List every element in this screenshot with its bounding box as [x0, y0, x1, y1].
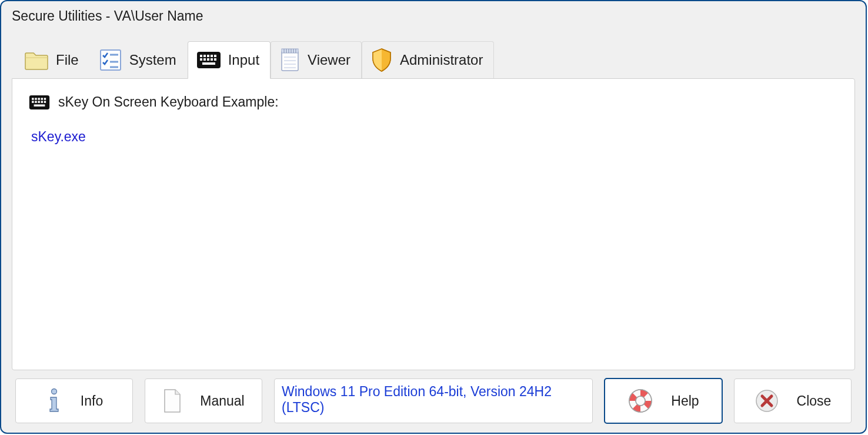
svg-rect-37	[41, 101, 43, 102]
link-box: sKey.exe	[29, 125, 422, 151]
notepad-icon	[279, 48, 301, 72]
os-version-text: Windows 11 Pro Edition 64-bit, Version 2…	[282, 384, 585, 416]
tab-input[interactable]: Input	[188, 41, 271, 79]
tab-system[interactable]: System	[90, 41, 188, 79]
help-button-label: Help	[671, 393, 699, 409]
checklist-icon	[99, 48, 122, 72]
info-button-label: Info	[81, 393, 103, 409]
tab-file-label: File	[56, 52, 79, 68]
tab-viewer-label: Viewer	[308, 52, 350, 68]
window-title: Secure Utilities - VA\User Name	[1, 1, 866, 34]
manual-button-label: Manual	[200, 393, 244, 409]
tab-input-label: Input	[228, 52, 259, 68]
close-icon	[755, 388, 779, 413]
svg-rect-36	[38, 101, 39, 102]
section-header: sKey On Screen Keyboard Example:	[29, 94, 838, 110]
svg-rect-38	[44, 101, 46, 102]
keyboard-icon	[29, 95, 50, 110]
svg-rect-15	[202, 62, 215, 65]
svg-rect-31	[38, 98, 39, 99]
shield-icon	[370, 48, 393, 72]
svg-rect-8	[211, 55, 213, 57]
svg-point-40	[51, 389, 56, 394]
document-icon	[162, 388, 182, 413]
svg-rect-32	[41, 98, 43, 99]
keyboard-icon	[196, 51, 221, 69]
svg-rect-14	[214, 58, 216, 61]
svg-rect-39	[34, 104, 45, 106]
close-button-label: Close	[797, 393, 832, 409]
tab-panel-input: sKey On Screen Keyboard Example: sKey.ex…	[12, 78, 855, 370]
svg-rect-5	[200, 55, 202, 57]
tab-system-label: System	[129, 52, 176, 68]
svg-rect-13	[211, 58, 213, 61]
tab-viewer[interactable]: Viewer	[271, 41, 362, 79]
svg-rect-12	[207, 58, 209, 61]
svg-rect-11	[203, 58, 206, 61]
svg-rect-33	[44, 98, 46, 99]
skey-exe-link[interactable]: sKey.exe	[31, 129, 86, 144]
svg-rect-10	[200, 58, 202, 61]
svg-rect-35	[35, 101, 36, 102]
info-icon	[45, 388, 63, 414]
svg-rect-34	[32, 101, 34, 102]
svg-rect-6	[203, 55, 206, 57]
svg-rect-30	[35, 98, 36, 99]
svg-rect-29	[32, 98, 34, 99]
folder-icon	[24, 49, 49, 71]
section-label: sKey On Screen Keyboard Example:	[58, 94, 279, 110]
tab-administrator-label: Administrator	[400, 52, 483, 68]
app-window: Secure Utilities - VA\User Name File	[0, 0, 867, 434]
help-button[interactable]: Help	[605, 378, 722, 423]
lifebuoy-icon	[627, 388, 653, 414]
status-box: Windows 11 Pro Edition 64-bit, Version 2…	[274, 378, 593, 423]
close-button[interactable]: Close	[734, 378, 852, 423]
tab-file[interactable]: File	[15, 41, 90, 79]
content-area: File System	[1, 34, 866, 433]
footer: Info Manual Windows 11 Pro Edition 64-bi…	[12, 378, 855, 423]
info-button[interactable]: Info	[15, 378, 133, 423]
manual-button[interactable]: Manual	[145, 378, 262, 423]
tab-administrator[interactable]: Administrator	[362, 41, 494, 79]
tabstrip: File System	[15, 41, 855, 79]
svg-rect-9	[214, 55, 216, 57]
svg-rect-7	[207, 55, 209, 57]
